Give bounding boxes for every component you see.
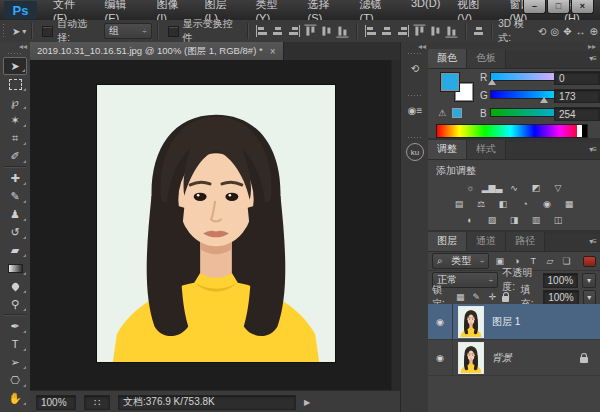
green-value-field[interactable]: 173 <box>554 89 600 103</box>
path-selection-tool[interactable]: ➢ <box>3 353 27 371</box>
distribute-bottom-edges-icon[interactable] <box>396 25 409 37</box>
tab-color[interactable]: 颜色 <box>428 49 467 68</box>
opacity-dropdown-caret-icon[interactable]: ▾ <box>582 273 596 288</box>
toolbar-collapse-icon[interactable]: ◂◂ <box>0 42 30 51</box>
history-panel-icon[interactable]: ⟲ <box>404 57 426 79</box>
dodge-tool[interactable]: ⚲ <box>3 295 27 313</box>
layer1-thumbnail[interactable] <box>458 306 484 338</box>
move-tool[interactable]: ➤ <box>3 57 27 75</box>
auto-select-checkbox[interactable] <box>42 26 53 37</box>
color-spectrum-ramp[interactable] <box>436 124 588 138</box>
align-top-edges-icon[interactable] <box>304 25 316 38</box>
3d-roll-icon[interactable]: ◎ <box>550 26 559 37</box>
lock-image-pixels-icon[interactable]: ✎ <box>470 291 482 303</box>
layer-row-background[interactable]: ◉ 背景 <box>428 340 600 376</box>
maximize-button[interactable]: □ <box>547 0 570 14</box>
close-button[interactable]: × <box>571 0 594 14</box>
layer-row-layer1[interactable]: ◉ 图层 1 <box>428 304 600 340</box>
zoom-level-field[interactable]: 100% <box>36 395 76 410</box>
panel-menu-icon[interactable]: ▾≡ <box>589 54 596 63</box>
history-brush-tool[interactable]: ↺ <box>3 223 27 241</box>
visibility-eye-icon[interactable]: ◉ <box>428 340 453 375</box>
background-thumbnail[interactable] <box>458 342 484 374</box>
auto-align-layers-icon[interactable] <box>474 25 485 37</box>
tab-close-icon[interactable]: × <box>270 46 276 57</box>
tool-preset-caret-icon[interactable]: ▾ <box>22 27 26 36</box>
photo-filter-icon[interactable]: ◔ <box>518 198 533 210</box>
channel-mixer-icon[interactable]: ◉ <box>540 198 555 210</box>
auto-select-dropdown[interactable]: 组 ÷ <box>104 23 151 39</box>
red-slider-handle[interactable] <box>488 79 496 85</box>
filter-smart-objects-icon[interactable]: ❏ <box>560 255 573 267</box>
kuler-panel-icon[interactable]: ku <box>404 141 426 163</box>
selective-color-icon[interactable]: ◫ <box>551 214 566 226</box>
blue-value-field[interactable]: 254 <box>554 107 600 121</box>
distribute-left-edges-icon[interactable] <box>413 25 425 38</box>
align-horizontal-centers-icon[interactable] <box>272 25 283 37</box>
visibility-eye-icon[interactable]: ◉ <box>428 304 453 339</box>
eyedropper-tool[interactable]: ✐ <box>3 147 27 165</box>
fill-dropdown-caret-icon[interactable]: ▾ <box>583 290 596 305</box>
distribute-vertical-centers-icon[interactable] <box>381 25 392 37</box>
curves-icon[interactable]: ∿ <box>507 182 522 194</box>
clone-stamp-tool[interactable]: ♟ <box>3 205 27 223</box>
rectangular-marquee-tool[interactable] <box>3 75 27 93</box>
black-white-icon[interactable]: ◧ <box>496 198 511 210</box>
layer1-name[interactable]: 图层 1 <box>492 315 520 329</box>
lock-transparent-pixels-icon[interactable]: ▦ <box>454 291 466 303</box>
gradient-tool[interactable] <box>3 259 27 277</box>
align-left-edges-icon[interactable] <box>256 25 269 37</box>
green-slider-handle[interactable] <box>540 97 548 103</box>
exposure-icon[interactable]: ◩ <box>529 182 544 194</box>
3d-slide-icon[interactable]: ↔ <box>576 26 586 37</box>
layer-filter-type-dropdown[interactable]: ⌕ 类型 ÷ <box>432 253 489 269</box>
eraser-tool[interactable]: ▰ <box>3 241 27 259</box>
blur-tool[interactable] <box>3 277 27 295</box>
tab-paths[interactable]: 路径 <box>506 232 545 251</box>
lasso-tool[interactable]: ℘ <box>3 93 27 111</box>
align-vertical-centers-icon[interactable] <box>320 26 332 37</box>
distribute-top-edges-icon[interactable] <box>365 25 378 37</box>
invert-icon[interactable]: ◐ <box>463 214 478 226</box>
align-right-edges-icon[interactable] <box>287 25 300 37</box>
shape-tool[interactable]: ⎔ <box>3 371 27 389</box>
document-tab[interactable]: 2019.10.31_10.16.51.jpg @ 100% (图层 1, RG… <box>30 42 284 60</box>
distribute-horizontal-centers-icon[interactable] <box>429 26 441 37</box>
tab-channels[interactable]: 通道 <box>467 232 506 251</box>
panel-menu-icon[interactable]: ▾≡ <box>589 145 596 154</box>
opacity-value-field[interactable]: 100% <box>543 273 579 288</box>
spot-healing-brush-tool[interactable]: ✚ <box>3 169 27 187</box>
threshold-icon[interactable]: ◨ <box>507 214 522 226</box>
hand-tool[interactable]: ✋ <box>3 389 27 407</box>
status-expand-arrow-icon[interactable]: ▶ <box>304 398 310 407</box>
dock-collapse-icon[interactable]: ◂◂ <box>401 42 429 51</box>
gradient-map-icon[interactable]: ▥ <box>529 214 544 226</box>
fill-value-field[interactable]: 100% <box>543 290 579 305</box>
vibrance-icon[interactable]: ▽ <box>551 182 566 194</box>
filter-shape-layers-icon[interactable]: ▱ <box>544 255 557 267</box>
3d-orbit-icon[interactable]: ⟲ <box>538 26 546 37</box>
canvas-vertical-scrollbar[interactable] <box>391 60 400 390</box>
align-bottom-edges-icon[interactable] <box>336 25 348 38</box>
3d-scale-icon[interactable]: ⊕ <box>590 26 598 37</box>
show-transform-checkbox[interactable] <box>168 26 179 37</box>
tab-swatches[interactable]: 色板 <box>467 49 506 68</box>
canvas-area[interactable] <box>30 60 400 390</box>
gamut-warning-icon[interactable]: ⚠ <box>438 108 446 118</box>
tab-adjustments[interactable]: 调整 <box>428 140 467 159</box>
brush-tool[interactable]: ✎ <box>3 187 27 205</box>
3d-pan-icon[interactable]: ✥ <box>563 26 571 37</box>
color-lookup-icon[interactable]: ▦ <box>562 198 577 210</box>
crop-tool[interactable]: ⌗ <box>3 129 27 147</box>
minimize-button[interactable]: – <box>523 0 546 14</box>
magic-wand-tool[interactable]: ✶ <box>3 111 27 129</box>
panel-menu-icon[interactable]: ▾≡ <box>589 237 596 246</box>
tab-styles[interactable]: 样式 <box>467 140 506 159</box>
lock-position-icon[interactable]: ✛ <box>486 291 498 303</box>
type-tool[interactable]: T <box>3 335 27 353</box>
color-balance-icon[interactable]: ⚖ <box>474 198 489 210</box>
distribute-right-edges-icon[interactable] <box>445 25 457 38</box>
red-value-field[interactable]: 0 <box>554 71 600 85</box>
pen-tool[interactable]: ✒ <box>3 317 27 335</box>
gamut-color-chip[interactable] <box>452 108 462 118</box>
